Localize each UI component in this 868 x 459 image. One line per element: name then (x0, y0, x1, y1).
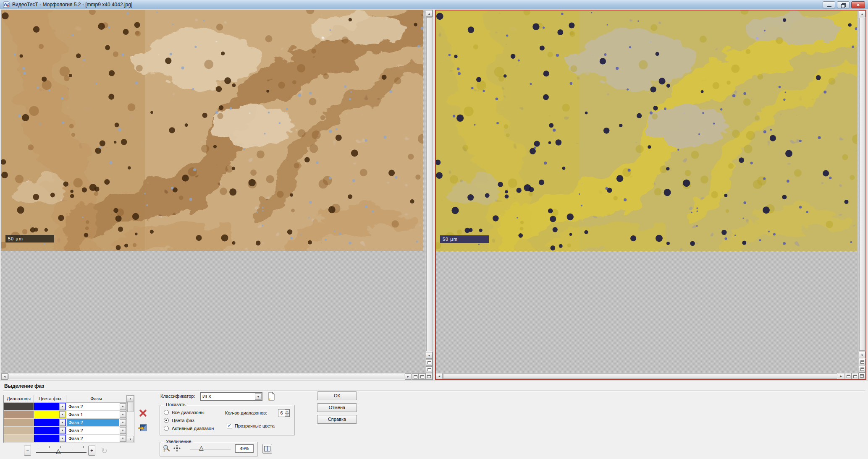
ranges-count-spinner[interactable]: 6 ▲ ▼ (278, 409, 290, 417)
chevron-down-icon[interactable]: ▼ (120, 419, 126, 426)
right-vertical-scrollbar[interactable]: ▲ ▼ (858, 10, 865, 373)
chevron-down-icon[interactable]: ▼ (120, 427, 126, 434)
table-scrollbar[interactable]: ▲ ▼ (126, 395, 134, 442)
scroll-thumb[interactable] (127, 402, 134, 412)
cancel-button[interactable]: Отмена (317, 403, 357, 412)
spin-down-icon[interactable]: ▼ (285, 413, 289, 417)
phase-combobox[interactable]: Фаза 2▼ (66, 435, 126, 442)
pan-button[interactable] (412, 373, 419, 380)
scroll-right-icon[interactable]: ► (838, 373, 844, 379)
scroll-thumb[interactable] (8, 374, 404, 379)
minimize-button[interactable] (823, 1, 835, 8)
range-swatch[interactable] (4, 435, 34, 442)
phase-table: Диапазоны Цвета фаз Фазы ▼Фаза 2▼▼Фаза 1… (3, 395, 134, 443)
scroll-down-icon[interactable]: ▼ (426, 352, 433, 359)
range-slider-thumb[interactable]: △ (56, 448, 61, 454)
phase-color-combobox[interactable]: ▼ (34, 403, 66, 410)
table-row[interactable]: ▼Фаза 1▼ (4, 411, 134, 419)
table-row[interactable]: ▼Фаза 2▼ (4, 419, 134, 427)
phase-combobox[interactable]: Фаза 1▼ (66, 411, 126, 418)
radio-all-ranges[interactable] (164, 410, 169, 415)
apply-to-image-button[interactable] (138, 424, 147, 433)
classifier-label: Классификатор: (160, 394, 195, 399)
corner-button[interactable] (425, 373, 433, 380)
table-row[interactable]: ▼Фаза 2▼ (4, 435, 134, 443)
scroll-left-icon[interactable]: ◄ (1, 373, 8, 380)
range-slider-track[interactable] (36, 452, 87, 453)
scroll-thumb[interactable] (426, 17, 432, 351)
chevron-down-icon[interactable]: ▼ (59, 435, 66, 442)
pan-button[interactable] (852, 373, 858, 379)
zoom-slider-thumb[interactable]: △ (199, 445, 204, 451)
scroll-thumb[interactable] (443, 373, 837, 379)
table-row[interactable]: ▼Фаза 2▼ (4, 427, 134, 435)
ok-button[interactable]: ОК (317, 391, 357, 400)
chevron-down-icon[interactable]: ▼ (59, 419, 66, 426)
pan-button[interactable] (419, 373, 425, 380)
zoom-value[interactable]: 49% (235, 444, 254, 453)
pan-button[interactable] (859, 359, 865, 365)
right-horizontal-scrollbar[interactable]: ◄ ► (436, 373, 858, 379)
chevron-down-icon[interactable]: ▼ (120, 435, 126, 442)
left-canvas-area[interactable]: 50 µm (1, 10, 425, 373)
histology-image-phases[interactable] (436, 10, 857, 251)
app-icon (3, 1, 10, 8)
transparent-colors-checkbox[interactable]: ✓ (227, 423, 232, 428)
radio-active-range[interactable] (164, 426, 169, 431)
right-canvas-area[interactable]: 50 µm (436, 10, 858, 373)
histology-image-original[interactable] (1, 10, 423, 251)
overview-button[interactable] (426, 366, 433, 373)
range-swatch[interactable] (4, 411, 34, 418)
undo-icon[interactable]: ↺ (101, 446, 108, 456)
col-header-ranges: Диапазоны (4, 395, 34, 403)
scroll-up-icon[interactable]: ▲ (127, 395, 134, 402)
zoom-slider-track[interactable] (190, 449, 231, 449)
range-swatch[interactable] (4, 403, 34, 410)
pan-button[interactable] (845, 373, 852, 379)
delete-range-button[interactable] (139, 409, 147, 417)
corner-button[interactable] (858, 373, 865, 379)
radio-phase-colors[interactable] (164, 418, 169, 423)
chevron-down-icon[interactable]: ▼ (120, 411, 126, 418)
table-row[interactable]: ▼Фаза 2▼ (4, 403, 134, 411)
scroll-down-icon[interactable]: ▼ (127, 436, 134, 442)
split-view-button[interactable] (262, 444, 272, 454)
phase-color-combobox[interactable]: ▼ (34, 411, 66, 418)
new-classifier-button[interactable] (267, 392, 275, 401)
chevron-down-icon[interactable]: ▼ (59, 427, 66, 434)
phase-color-combobox[interactable]: ▼ (34, 435, 66, 442)
phase-combobox[interactable]: Фаза 2▼ (66, 419, 126, 426)
restore-button[interactable] (837, 1, 850, 8)
left-horizontal-scrollbar[interactable]: ◄ ► (1, 373, 425, 380)
phase-combobox[interactable]: Фаза 2▼ (66, 403, 126, 410)
chevron-down-icon[interactable]: ▼ (255, 393, 262, 400)
classifier-combobox[interactable]: ИГХ ▼ (200, 392, 262, 401)
phase-color-combobox[interactable]: ▼ (34, 419, 66, 426)
scroll-thumb[interactable] (859, 18, 865, 351)
pan-button[interactable] (426, 359, 433, 366)
chevron-down-icon[interactable]: ▼ (59, 403, 66, 410)
overview-button[interactable] (859, 366, 865, 373)
spin-up-icon[interactable]: ▲ (285, 409, 289, 413)
range-swatch[interactable] (4, 427, 34, 434)
phase-combobox[interactable]: Фаза 2▼ (66, 427, 126, 434)
scroll-up-icon[interactable]: ▲ (859, 10, 865, 17)
fit-to-window-icon[interactable] (173, 445, 181, 452)
chevron-down-icon[interactable]: ▼ (59, 411, 66, 418)
scroll-left-icon[interactable]: ◄ (436, 373, 443, 379)
chevron-down-icon[interactable]: ▼ (120, 403, 126, 410)
close-button[interactable]: × (851, 1, 865, 8)
ranges-count-label: Кол-во диапазонов: (225, 410, 267, 415)
scroll-up-icon[interactable]: ▲ (426, 10, 433, 17)
range-widen-button[interactable]: + (88, 446, 95, 456)
help-button[interactable]: Справка (317, 415, 357, 424)
col-header-phases: Фазы (66, 395, 126, 403)
range-swatch[interactable] (4, 419, 34, 426)
phase-color-combobox[interactable]: ▼ (34, 427, 66, 434)
range-narrow-button[interactable]: − (24, 446, 31, 456)
zoom-1-1-icon[interactable]: 1 (163, 445, 170, 452)
scroll-right-icon[interactable]: ► (405, 373, 412, 380)
scroll-down-icon[interactable]: ▼ (859, 352, 865, 358)
left-vertical-scrollbar[interactable]: ▲ ▼ (425, 10, 433, 373)
title-bar[interactable]: ВидеоТесТ - Морфология 5.2 - [mmp9 x40 4… (0, 0, 868, 9)
